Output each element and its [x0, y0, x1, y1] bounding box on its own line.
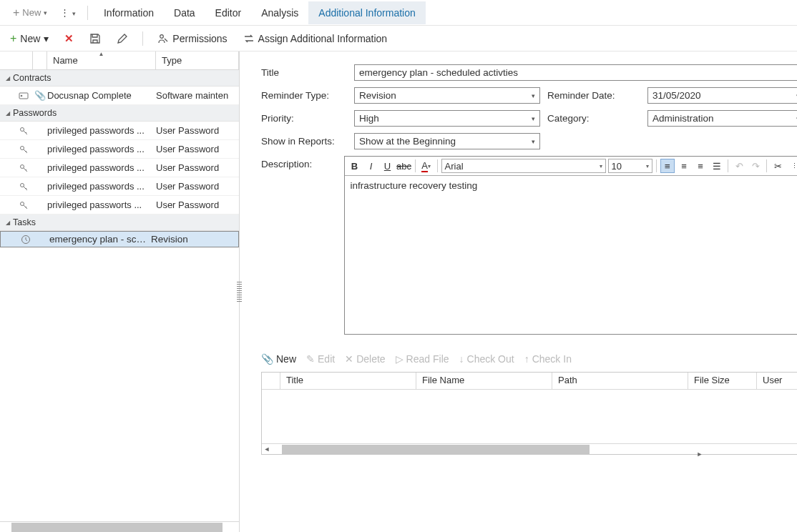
- attachment-col-path[interactable]: Path: [552, 373, 688, 389]
- clock-icon: [21, 235, 31, 245]
- tab-data[interactable]: Data: [164, 1, 205, 24]
- save-button[interactable]: [85, 30, 105, 47]
- toolbar-overflow-button[interactable]: ⋮: [787, 159, 797, 173]
- tab-additional-information[interactable]: Additional Information: [308, 1, 425, 24]
- row-name: Docusnap Complete: [47, 90, 156, 101]
- cut-button[interactable]: ✂: [771, 159, 785, 173]
- permissions-button[interactable]: Permissions: [153, 30, 231, 47]
- row-type: Software mainten: [156, 90, 239, 101]
- caret-down-icon: ▾: [529, 115, 535, 122]
- splitter-grip[interactable]: [237, 280, 242, 302]
- label-category: Category:: [547, 113, 640, 124]
- attachment-read-button[interactable]: ▷Read File: [396, 353, 449, 365]
- svg-point-6: [21, 183, 24, 187]
- group-tasks[interactable]: ◢Tasks: [0, 215, 239, 231]
- attachment-col-icon[interactable]: [262, 373, 280, 389]
- align-right-button[interactable]: ≡: [693, 159, 708, 173]
- attachment-delete-button[interactable]: ✕Delete: [345, 353, 385, 365]
- align-center-button[interactable]: ≡: [677, 159, 691, 173]
- align-left-button[interactable]: ≡: [660, 159, 675, 173]
- reminder-date-picker[interactable]: 31/05/2020▾: [647, 87, 797, 104]
- assign-button[interactable]: Assign Additional Information: [239, 30, 392, 47]
- column-name[interactable]: ▲ Name: [47, 51, 156, 69]
- horizontal-scrollbar[interactable]: ◄ ►: [262, 443, 797, 454]
- column-name-label: Name: [53, 55, 78, 66]
- caret-down-icon: ▾: [793, 115, 797, 122]
- new-button[interactable]: + New ▾: [6, 29, 53, 48]
- key-icon: [19, 126, 29, 136]
- list-item[interactable]: privileged passworts ...User Password: [0, 196, 239, 215]
- edit-button[interactable]: [112, 30, 132, 47]
- assign-label: Assign Additional Information: [258, 33, 388, 44]
- svg-point-4: [21, 146, 24, 149]
- reminder-type-select[interactable]: Revision▾: [354, 87, 540, 104]
- detail-pane: Title emergency plan - scheduled activti…: [240, 51, 797, 532]
- list-item[interactable]: privileged passwords ...User Password: [0, 177, 239, 196]
- caret-down-icon: ▾: [529, 92, 535, 99]
- attachment-checkin-button[interactable]: ↑Check In: [524, 353, 572, 365]
- row-name: privileged passwords ...: [47, 181, 156, 192]
- attachment-col-title[interactable]: Title: [280, 373, 416, 389]
- tab-information[interactable]: Information: [94, 1, 164, 24]
- bullet-list-button[interactable]: ☰: [710, 159, 724, 173]
- person-key-icon: [157, 33, 169, 44]
- ribbon-more-button[interactable]: ⋮ ▾: [54, 7, 82, 18]
- left-pane: ▲ Name Type ◢Contracts 📎 Docusnap Comple…: [0, 51, 240, 532]
- category-select[interactable]: Administration▾: [647, 110, 797, 127]
- attachment-edit-button[interactable]: ✎Edit: [306, 353, 335, 365]
- list-item[interactable]: emergency plan - sch... Revision: [0, 231, 239, 247]
- list-item[interactable]: 📎 Docusnap Complete Software mainten: [0, 87, 239, 105]
- attachment-col-filename[interactable]: File Name: [416, 373, 552, 389]
- underline-button[interactable]: U: [381, 159, 395, 173]
- row-name: emergency plan - sch...: [49, 234, 151, 245]
- scroll-right-icon: ►: [590, 438, 797, 460]
- play-icon: ▷: [396, 353, 404, 365]
- group-passwords[interactable]: ◢Passwords: [0, 105, 239, 122]
- row-name: privileged passwords ...: [47, 144, 156, 154]
- column-expander[interactable]: [0, 51, 33, 69]
- list-item[interactable]: privileged passwords ...User Password: [0, 140, 239, 159]
- attachment-new-button[interactable]: 📎New: [261, 353, 296, 365]
- column-type[interactable]: Type: [156, 51, 239, 69]
- permissions-label: Permissions: [172, 33, 227, 44]
- redo-button[interactable]: ↷: [748, 159, 763, 173]
- group-label: Tasks: [13, 217, 36, 227]
- font-color-button[interactable]: A ▾: [419, 159, 434, 173]
- horizontal-scrollbar[interactable]: [0, 521, 239, 532]
- row-type: User Password: [156, 144, 239, 154]
- key-icon: [19, 163, 29, 173]
- attachment-col-size[interactable]: File Size: [688, 373, 757, 389]
- row-name: privileged passwords ...: [47, 125, 156, 136]
- tab-editor[interactable]: Editor: [205, 1, 252, 24]
- font-family-select[interactable]: Arial▾: [441, 159, 606, 173]
- show-in-reports-select[interactable]: Show at the Beginning▾: [354, 133, 540, 149]
- group-contracts[interactable]: ◢Contracts: [0, 70, 239, 87]
- attachment-col-user[interactable]: User: [757, 373, 797, 389]
- swap-icon: [243, 33, 255, 44]
- column-icon[interactable]: [33, 51, 47, 69]
- list-item[interactable]: privileged passwords ...User Password: [0, 122, 239, 140]
- x-icon: ✕: [345, 353, 353, 365]
- tab-analysis[interactable]: Analysis: [251, 1, 308, 24]
- ribbon-new-button[interactable]: + New ▾: [6, 4, 54, 22]
- row-type: Revision: [151, 234, 234, 245]
- divider: [142, 31, 143, 46]
- title-input[interactable]: emergency plan - scheduled activties: [354, 64, 797, 81]
- italic-button[interactable]: I: [364, 159, 378, 173]
- description-textarea[interactable]: infrastructure recovery testing: [345, 176, 797, 334]
- label-reminder-date: Reminder Date:: [547, 90, 640, 101]
- label-reminder-type: Reminder Type:: [261, 90, 347, 101]
- scroll-left-icon: ◄: [262, 445, 272, 453]
- group-label: Passwords: [13, 108, 57, 118]
- x-icon: ✕: [64, 32, 74, 45]
- attachment-checkout-button[interactable]: ↓Check Out: [459, 353, 514, 365]
- font-size-select[interactable]: 10▾: [608, 159, 652, 173]
- undo-button[interactable]: ↶: [732, 159, 746, 173]
- divider: [87, 6, 88, 20]
- svg-point-3: [21, 127, 24, 131]
- list-item[interactable]: privileged passwords ...User Password: [0, 159, 239, 177]
- delete-button[interactable]: ✕: [60, 29, 78, 48]
- bold-button[interactable]: B: [348, 159, 362, 173]
- priority-select[interactable]: High▾: [354, 110, 540, 127]
- strike-button[interactable]: abc: [397, 159, 411, 173]
